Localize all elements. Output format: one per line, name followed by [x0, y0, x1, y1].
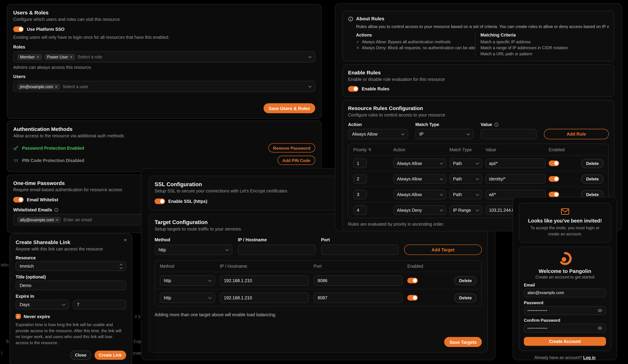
- delete-rule-button[interactable]: Delete: [581, 174, 604, 183]
- card-subtitle: Allow access to the resource via additio…: [13, 133, 315, 138]
- deny-description: Always Deny: Block all requests; no auth…: [362, 46, 475, 50]
- rule-match-select[interactable]: Path: [449, 159, 482, 168]
- about-rules-callout: About Rules Rules allow you to control a…: [342, 11, 614, 61]
- create-link-button[interactable]: Create Link: [94, 351, 126, 360]
- target-port-input[interactable]: [314, 293, 402, 303]
- eye-icon[interactable]: [598, 308, 602, 313]
- resource-select[interactable]: Immich: [16, 261, 126, 271]
- email-chip[interactable]: ally@example.com×: [17, 217, 61, 223]
- save-users-roles-button[interactable]: Save Users & Roles: [263, 103, 315, 113]
- rule-value-input[interactable]: [481, 129, 537, 139]
- save-targets-button[interactable]: Save Targets: [444, 337, 482, 347]
- enable-ssl-label: Enable SSL (https): [168, 199, 207, 204]
- rule-value-input[interactable]: [485, 159, 545, 168]
- email-whitelist-label: Email Whitelist: [27, 197, 58, 202]
- password-input[interactable]: ••••••••••••: [524, 306, 606, 315]
- rule-value-input[interactable]: [485, 174, 545, 184]
- never-expire-checkbox[interactable]: ✓: [16, 314, 21, 319]
- port-input[interactable]: [321, 244, 398, 255]
- password-dots: ••••••••••••: [528, 326, 595, 330]
- user-chip[interactable]: jim@example.com×: [17, 83, 60, 90]
- remove-chip-icon[interactable]: ×: [56, 217, 58, 222]
- platform-sso-toggle[interactable]: [13, 26, 24, 32]
- chevron-down-icon: [440, 208, 443, 211]
- signup-card: Welcome to Pangolin Create an account to…: [519, 246, 611, 351]
- rule-enabled-toggle[interactable]: [549, 160, 559, 166]
- rule-enabled-toggle[interactable]: [549, 192, 559, 197]
- eye-icon[interactable]: [598, 326, 602, 331]
- confirm-password-input[interactable]: ••••••••••••: [524, 324, 606, 333]
- rule-priority-input[interactable]: [353, 190, 367, 199]
- delete-target-button[interactable]: Delete: [454, 276, 477, 285]
- priority-header[interactable]: Priority: [353, 147, 367, 152]
- login-link[interactable]: Log in: [583, 355, 595, 360]
- rule-action-select[interactable]: Always Allow: [393, 190, 446, 199]
- rule-action-select[interactable]: Always Allow: [348, 129, 408, 139]
- chevron-down-icon: [401, 132, 405, 135]
- delete-target-button[interactable]: Delete: [454, 293, 477, 302]
- card-title: Authentication Methods: [13, 126, 315, 132]
- rule-match-select[interactable]: IP Range: [449, 205, 482, 215]
- title-optional-label: Title (optional): [16, 274, 126, 279]
- role-chip[interactable]: Power User×: [44, 54, 75, 60]
- rule-match-select[interactable]: Path: [449, 190, 482, 199]
- pin-pad-icon: [13, 158, 19, 163]
- target-enabled-toggle[interactable]: [407, 278, 418, 283]
- add-pin-code-button[interactable]: Add PIN Code: [277, 156, 315, 165]
- target-ip-input[interactable]: [220, 293, 309, 303]
- delete-rule-button[interactable]: Delete: [581, 159, 604, 168]
- match-type-label: Match Type: [415, 122, 473, 127]
- ip-hostname-input[interactable]: [238, 244, 315, 255]
- rule-priority-input[interactable]: [353, 205, 367, 215]
- enabled-header: Enabled: [549, 147, 574, 152]
- target-ip-input[interactable]: [220, 275, 309, 286]
- welcome-subtitle: Create an account to get started: [524, 275, 606, 279]
- value-header: Value: [485, 147, 545, 152]
- email-placeholder: Enter an email: [64, 217, 92, 222]
- rule-match-select[interactable]: Path: [449, 174, 482, 184]
- expire-unit-select[interactable]: Days: [16, 300, 69, 309]
- rule-enabled-toggle[interactable]: [549, 176, 559, 182]
- method-header: Method: [160, 264, 215, 269]
- info-icon: [348, 16, 353, 21]
- remove-chip-icon[interactable]: ×: [70, 55, 72, 59]
- expire-value-input[interactable]: [73, 300, 126, 309]
- close-icon[interactable]: ×: [124, 237, 127, 243]
- remove-password-button[interactable]: Remove Password: [268, 143, 315, 152]
- target-port-input[interactable]: [314, 275, 402, 286]
- chevron-down-icon: [476, 192, 479, 196]
- target-method-select[interactable]: http: [160, 275, 215, 286]
- rule-priority-input[interactable]: [353, 159, 367, 168]
- role-chip[interactable]: Member×: [17, 54, 42, 60]
- users-multiselect[interactable]: jim@example.com× Select a user: [13, 81, 315, 92]
- enable-ssl-toggle[interactable]: [155, 198, 165, 204]
- chevron-down-icon: [308, 84, 312, 88]
- link-title-input[interactable]: [16, 281, 126, 290]
- targets-table: Method IP / Hostname Port Enabled http D…: [155, 260, 482, 306]
- card-title: Users & Roles: [13, 9, 315, 16]
- target-method-select[interactable]: http: [160, 293, 215, 303]
- sort-icon[interactable]: ⇅: [368, 148, 371, 152]
- method-select[interactable]: http: [155, 244, 232, 255]
- close-button[interactable]: Close: [70, 351, 91, 360]
- email-whitelist-toggle[interactable]: [13, 197, 24, 202]
- add-rule-button[interactable]: Add Rule: [544, 129, 609, 139]
- target-config-card: Target Configuration Setup targets to ro…: [149, 214, 488, 353]
- email-input[interactable]: [524, 289, 606, 298]
- users-placeholder: Select a user: [63, 84, 88, 89]
- rule-priority-input[interactable]: [353, 174, 367, 184]
- enable-rules-toggle[interactable]: [348, 86, 359, 92]
- add-target-button[interactable]: Add Target: [404, 244, 482, 255]
- target-enabled-toggle[interactable]: [407, 295, 418, 301]
- criteria-column-title: Matching Criteria: [480, 32, 609, 37]
- rule-action-select[interactable]: Always Allow: [393, 159, 446, 168]
- users-label: Users: [13, 74, 315, 79]
- remove-chip-icon[interactable]: ×: [55, 84, 57, 89]
- rule-action-select[interactable]: Always Allow: [393, 174, 446, 184]
- roles-multiselect[interactable]: Member× Power User× Select a role: [13, 51, 315, 62]
- roles-note: Admins can always access this resource.: [13, 65, 315, 70]
- rule-action-select[interactable]: Always Deny: [393, 205, 446, 215]
- rule-match-type-select[interactable]: IP: [415, 129, 473, 139]
- create-account-button[interactable]: Create Account: [524, 337, 606, 346]
- remove-chip-icon[interactable]: ×: [37, 55, 39, 59]
